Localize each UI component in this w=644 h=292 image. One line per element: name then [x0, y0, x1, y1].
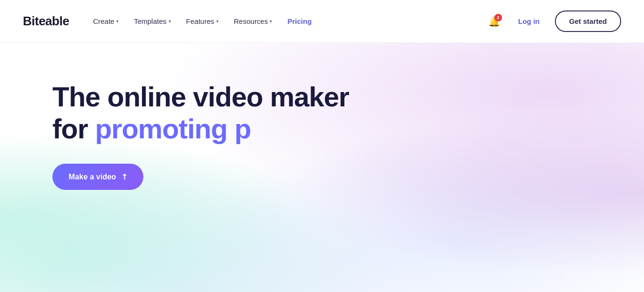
nav-label-templates: Templates	[134, 17, 166, 25]
chevron-down-icon: ▾	[270, 19, 272, 24]
hero-content: The online video maker for promoting p M…	[0, 43, 644, 190]
arrow-icon: ↗	[119, 172, 130, 183]
nav-item-resources[interactable]: Resources ▾	[227, 13, 279, 29]
hero-title-line2: for promoting p	[52, 113, 644, 145]
nav-item-features[interactable]: Features ▾	[180, 13, 225, 29]
hero-title-highlight: promoting p	[95, 113, 251, 144]
logo[interactable]: Biteable	[23, 14, 69, 29]
chevron-down-icon: ▾	[169, 19, 171, 24]
nav-label-create: Create	[93, 17, 114, 25]
nav-label-pricing: Pricing	[287, 17, 312, 25]
nav-item-templates[interactable]: Templates ▾	[127, 13, 177, 29]
chevron-down-icon: ▾	[216, 19, 219, 24]
make-video-label: Make a video	[69, 173, 116, 181]
notification-badge: 2	[494, 14, 502, 21]
make-video-button[interactable]: Make a video ↗	[52, 164, 143, 190]
hero-title-line1: The online video maker	[52, 81, 349, 112]
login-button[interactable]: Log in	[513, 13, 545, 29]
hero-title: The online video maker for promoting p	[52, 81, 644, 145]
nav-item-create[interactable]: Create ▾	[86, 13, 125, 29]
nav-label-resources: Resources	[234, 17, 268, 25]
get-started-button[interactable]: Get started	[555, 10, 621, 32]
hero-section: The online video maker for promoting p M…	[0, 43, 644, 292]
nav-label-features: Features	[186, 17, 214, 25]
hero-title-prefix: for	[52, 113, 95, 144]
navbar: Biteable Create ▾ Templates ▾ Features ▾…	[0, 0, 644, 43]
notification-bell[interactable]: 🔔 2	[486, 13, 503, 30]
nav-item-pricing[interactable]: Pricing	[281, 13, 318, 29]
navbar-left: Biteable Create ▾ Templates ▾ Features ▾…	[23, 13, 318, 29]
navbar-right: 🔔 2 Log in Get started	[486, 10, 621, 32]
nav-links: Create ▾ Templates ▾ Features ▾ Resource…	[86, 13, 318, 29]
chevron-down-icon: ▾	[116, 19, 119, 24]
